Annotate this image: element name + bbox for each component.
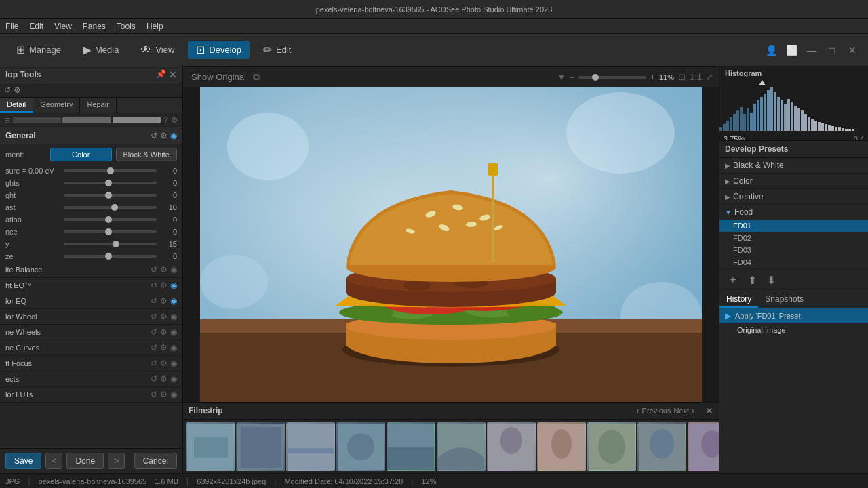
- preset-fd01[interactable]: FD01: [719, 220, 868, 232]
- tab-snapshots[interactable]: Snapshots: [758, 291, 810, 308]
- filmstrip-prev-label[interactable]: Previous: [642, 407, 671, 415]
- preset-fd04[interactable]: FD04: [719, 256, 868, 268]
- subsection-active-icon-0[interactable]: ◉: [170, 265, 177, 274]
- cancel-button[interactable]: Cancel: [134, 453, 177, 469]
- filmstrip-thumb[interactable]: [688, 422, 719, 471]
- subsection-reset-icon-4[interactable]: ↺: [151, 327, 157, 337]
- toolbar-develop[interactable]: ⊡ Develop: [188, 41, 250, 59]
- save-button[interactable]: Save: [5, 453, 41, 469]
- subsection-4[interactable]: ne Wheels ↺ ⚙ ◉: [0, 325, 182, 340]
- filmstrip-thumb[interactable]: [387, 422, 435, 471]
- subsection-6[interactable]: ft Focus ↺ ⚙ ◉: [0, 356, 182, 371]
- menu-view[interactable]: View: [54, 22, 72, 31]
- slider-thumb-6[interactable]: [113, 241, 119, 247]
- subsection-reset-icon-5[interactable]: ↺: [151, 343, 157, 352]
- subsection-8[interactable]: lor LUTs ↺ ⚙ ◉: [0, 387, 182, 403]
- subsection-active-icon-4[interactable]: ◉: [170, 327, 177, 337]
- preset-fd03[interactable]: FD03: [719, 244, 868, 256]
- slider-thumb-0[interactable]: [107, 167, 114, 174]
- subsection-reset-icon-2[interactable]: ↺: [151, 296, 157, 306]
- slider-track-0[interactable]: [64, 169, 157, 172]
- history-item-original[interactable]: Original Image: [719, 323, 868, 337]
- slider-thumb-4[interactable]: [105, 216, 112, 223]
- preset-group-color-header[interactable]: ▶ Color: [719, 174, 868, 188]
- toolbar-media[interactable]: ▶ Media: [75, 41, 127, 59]
- subsection-reset-icon-8[interactable]: ↺: [151, 390, 157, 399]
- done-button[interactable]: Done: [66, 453, 104, 469]
- export-preset-btn[interactable]: ⬆: [744, 272, 760, 288]
- subsection-7[interactable]: ects ↺ ⚙ ◉: [0, 371, 182, 387]
- subsection-settings-icon-7[interactable]: ⚙: [160, 374, 167, 384]
- slider-track-4[interactable]: [64, 218, 157, 221]
- next-chevron[interactable]: ›: [692, 406, 694, 415]
- tab-history[interactable]: History: [719, 291, 758, 308]
- preset-fd02[interactable]: FD02: [719, 232, 868, 244]
- filmstrip-thumb[interactable]: [487, 422, 536, 471]
- settings-icon[interactable]: ⚙: [14, 85, 21, 95]
- subsection-settings-icon-2[interactable]: ⚙: [160, 296, 167, 306]
- filmstrip-thumb[interactable]: [286, 422, 335, 471]
- subsection-0[interactable]: ite Balance ↺ ⚙ ◉: [0, 262, 182, 278]
- settings2-icon[interactable]: ⚙: [171, 115, 178, 125]
- toolbar-view[interactable]: 👁 View: [132, 41, 182, 59]
- zoom-out-icon[interactable]: −: [570, 73, 574, 82]
- preset-group-bw-header[interactable]: ▶ Black & White: [719, 158, 868, 173]
- panel-pin-icon[interactable]: 📌: [156, 69, 166, 80]
- subsection-settings-icon-8[interactable]: ⚙: [160, 390, 167, 399]
- subsection-active-icon-1[interactable]: ◉: [170, 281, 177, 290]
- menu-help[interactable]: Help: [146, 22, 163, 31]
- subsection-settings-icon-3[interactable]: ⚙: [160, 312, 167, 321]
- panel-close-btn[interactable]: ✕: [169, 69, 177, 80]
- fullscreen-icon[interactable]: ⤢: [706, 72, 713, 82]
- subsection-active-icon-7[interactable]: ◉: [170, 374, 177, 384]
- slider-thumb-3[interactable]: [111, 204, 118, 211]
- slider-thumb-1[interactable]: [105, 180, 112, 186]
- general-active-icon[interactable]: ◉: [170, 131, 177, 140]
- split-icon[interactable]: ⧉: [253, 71, 260, 83]
- filmstrip-thumb[interactable]: [587, 422, 636, 471]
- color-btn[interactable]: Color: [50, 148, 112, 161]
- slider-thumb-2[interactable]: [105, 192, 112, 199]
- minimize-icon[interactable]: —: [804, 43, 819, 58]
- fit-icon[interactable]: ⊡: [678, 72, 686, 82]
- subsection-active-icon-8[interactable]: ◉: [170, 390, 177, 399]
- subsection-reset-icon-7[interactable]: ↺: [151, 374, 157, 384]
- maximize-icon[interactable]: ◻: [825, 43, 840, 58]
- subsection-1[interactable]: ht EQ™ ↺ ⚙ ◉: [0, 278, 182, 293]
- window-icon[interactable]: ⬜: [784, 43, 799, 58]
- toolbar-manage[interactable]: ⊞ Manage: [8, 41, 69, 59]
- menu-tools[interactable]: Tools: [117, 22, 136, 31]
- menu-file[interactable]: File: [5, 22, 18, 31]
- toolbar-edit[interactable]: ✏ Edit: [255, 41, 299, 59]
- subsection-reset-icon-0[interactable]: ↺: [151, 265, 157, 274]
- tab-repair[interactable]: Repair: [80, 98, 116, 113]
- subsection-settings-icon-5[interactable]: ⚙: [160, 343, 167, 352]
- preset-group-food-header[interactable]: ▼ Food: [719, 205, 868, 220]
- filmstrip-thumb[interactable]: [437, 422, 486, 471]
- slider-thumb-5[interactable]: [105, 228, 112, 235]
- subsection-settings-icon-1[interactable]: ⚙: [160, 281, 167, 290]
- slider-track-3[interactable]: [64, 206, 157, 209]
- subsection-active-icon-6[interactable]: ◉: [170, 359, 177, 368]
- subsection-active-icon-5[interactable]: ◉: [170, 343, 177, 352]
- filmstrip-close-btn[interactable]: ✕: [705, 405, 713, 416]
- slider-track-6[interactable]: [64, 243, 157, 245]
- subsection-reset-icon-3[interactable]: ↺: [151, 312, 157, 321]
- history-item-fd01[interactable]: ▶ Apply 'FD01' Preset: [719, 308, 868, 323]
- subsection-2[interactable]: lor EQ ↺ ⚙ ◉: [0, 293, 182, 309]
- section-general[interactable]: General ↺ ⚙ ◉: [0, 127, 182, 144]
- tab-detail[interactable]: Detail: [0, 98, 33, 113]
- slider-track-7[interactable]: [64, 255, 157, 258]
- subsection-active-icon-2[interactable]: ◉: [170, 296, 177, 306]
- slider-track-5[interactable]: [64, 230, 157, 233]
- actual-size-icon[interactable]: 1:1: [690, 72, 702, 82]
- filmstrip-next-label[interactable]: Next: [673, 407, 689, 415]
- subsection-5[interactable]: ne Curves ↺ ⚙ ◉: [0, 340, 182, 356]
- filmstrip-thumb[interactable]: [537, 422, 586, 471]
- zoom-in-icon[interactable]: +: [650, 73, 655, 82]
- close-icon[interactable]: ✕: [845, 43, 860, 58]
- prev-chevron[interactable]: ‹: [637, 406, 639, 415]
- prev-button[interactable]: <: [45, 453, 62, 469]
- filmstrip-thumb[interactable]: [336, 422, 385, 471]
- subsection-reset-icon-1[interactable]: ↺: [151, 281, 157, 290]
